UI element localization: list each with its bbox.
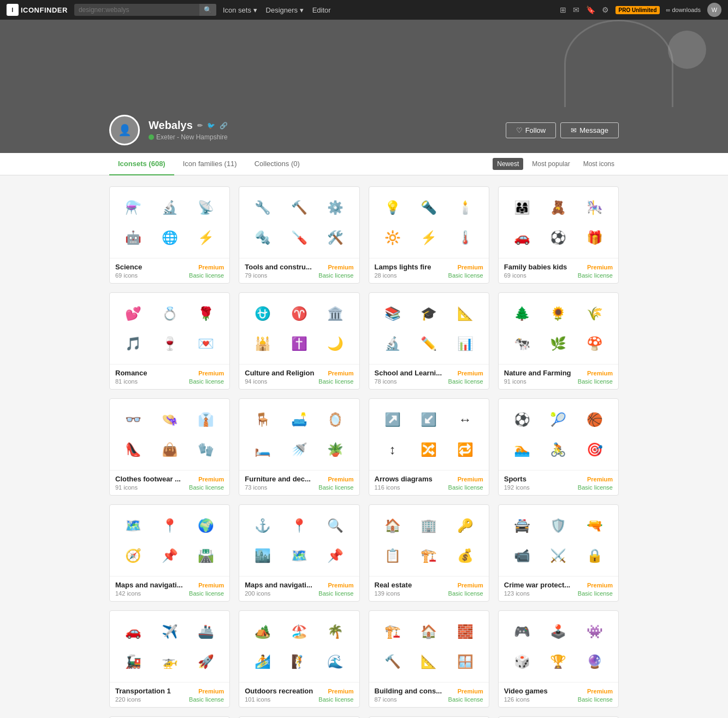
- card-license[interactable]: Basic license: [318, 272, 353, 279]
- icon-card[interactable]: ⚗️🔬📡🤖🌐⚡SciencePremium69 iconsBasic licen…: [109, 186, 230, 284]
- icon-cell: 📍: [282, 511, 316, 539]
- icon-cell: 🚿: [282, 435, 316, 463]
- icon-card[interactable]: ⚓📍🔍🏙️🗺️📌Maps and navigati...Premium200 i…: [239, 504, 359, 602]
- edit-icon[interactable]: ✏: [197, 122, 203, 130]
- icon-card[interactable]: ↗️↙️↔️↕️🔀🔁Arrows diagramsPremium116 icon…: [369, 398, 489, 496]
- card-license[interactable]: Basic license: [578, 696, 613, 703]
- site-logo[interactable]: i ICONFINDER: [7, 4, 68, 16]
- search-bar[interactable]: 🔍: [74, 4, 216, 16]
- icon-card[interactable]: 🏠🏢🔑📋🏗️💰Real estatePremium139 iconsBasic …: [369, 504, 489, 602]
- icon-card[interactable]: 🏕️🏖️🌴🏄🧗🌊Outdoors recreationPremium101 ic…: [239, 610, 359, 708]
- card-meta: 87 iconsBasic license: [375, 696, 483, 703]
- icon-card[interactable]: 🏗️🏠🧱🔨📐🪟Building and cons...Premium87 ico…: [369, 610, 489, 708]
- icon-cell: 👠: [116, 435, 150, 463]
- nav-designers[interactable]: Designers ▾: [266, 6, 304, 14]
- icon-cell: 🍄: [578, 329, 612, 357]
- card-title-row: Real estatePremium: [375, 581, 483, 589]
- card-meta: 126 iconsBasic license: [504, 696, 613, 703]
- card-footer: Maps and navigati...Premium200 iconsBasi…: [239, 576, 359, 601]
- card-title: Outdoors recreation: [245, 687, 313, 695]
- card-license[interactable]: Basic license: [318, 696, 353, 703]
- icon-cell: 🌻: [541, 299, 575, 327]
- icon-card[interactable]: 🪑🛋️🪞🛏️🚿🪴Furniture and dec...Premium73 ic…: [239, 398, 359, 496]
- icon-cell: 🎲: [505, 648, 539, 675]
- icon-card[interactable]: 🚔🛡️🔫📹⚔️🔒Crime war protect...Premium123 i…: [498, 504, 619, 602]
- nav-icon-sets[interactable]: Icon sets ▾: [223, 6, 257, 14]
- card-title-row: Arrows diagramsPremium: [375, 475, 483, 483]
- message-button[interactable]: ✉ Message: [560, 122, 619, 138]
- icon-cell: 🛣️: [189, 542, 223, 569]
- icon-card[interactable]: 👓👒👔👠👜🧤Clothes footwear ...Premium91 icon…: [109, 398, 230, 496]
- tab-collections[interactable]: Collections (0): [246, 153, 309, 175]
- card-license[interactable]: Basic license: [578, 484, 613, 491]
- card-license[interactable]: Basic license: [578, 272, 613, 279]
- icon-card[interactable]: 💡🔦🕯️🔆⚡🌡️Lamps lights firePremium28 icons…: [369, 186, 489, 284]
- user-avatar[interactable]: W: [707, 3, 721, 17]
- icon-cell: ⚗️: [116, 193, 150, 221]
- icon-cell: 💡: [376, 193, 410, 221]
- card-license[interactable]: Basic license: [578, 590, 613, 597]
- card-license[interactable]: Basic license: [189, 272, 224, 279]
- card-license[interactable]: Basic license: [448, 590, 483, 597]
- card-license[interactable]: Basic license: [189, 590, 224, 597]
- twitter-icon[interactable]: 🐦: [207, 122, 215, 130]
- sort-popular[interactable]: Most popular: [528, 158, 574, 170]
- settings-icon[interactable]: ⚙: [602, 5, 609, 14]
- card-title-row: Crime war protect...Premium: [504, 581, 613, 589]
- icon-cell: 🌾: [578, 299, 612, 327]
- icon-cell: 🎓: [412, 299, 446, 327]
- icon-card[interactable]: 🔧🔨⚙️🔩🪛🛠️Tools and constru...Premium79 ic…: [239, 186, 359, 284]
- icon-cell: 🛋️: [282, 405, 316, 433]
- icon-cell: 🎮: [505, 617, 539, 645]
- card-title-row: Building and cons...Premium: [375, 687, 483, 695]
- card-title: Maps and navigati...: [245, 581, 312, 589]
- card-footer: Lamps lights firePremium28 iconsBasic li…: [369, 258, 489, 283]
- icon-card[interactable]: 🌲🌻🌾🐄🌿🍄Nature and FarmingPremium91 iconsB…: [498, 292, 619, 390]
- card-license[interactable]: Basic license: [578, 378, 613, 385]
- mail-icon[interactable]: ✉: [573, 5, 579, 14]
- tab-icon-families[interactable]: Icon families (11): [174, 153, 246, 175]
- card-license[interactable]: Basic license: [189, 378, 224, 385]
- card-license[interactable]: Basic license: [448, 272, 483, 279]
- icon-card[interactable]: 🗺️📍🌍🧭📌🛣️Maps and navigati...Premium142 i…: [109, 504, 230, 602]
- icon-card[interactable]: 💕💍🌹🎵🍷💌RomancePremium81 iconsBasic licens…: [109, 292, 230, 390]
- card-license[interactable]: Basic license: [448, 484, 483, 491]
- card-preview: 🎮🕹️👾🎲🏆🔮: [499, 611, 618, 682]
- tab-iconsets[interactable]: Iconsets (608): [109, 153, 174, 175]
- icon-cell: 👔: [189, 405, 223, 433]
- card-count: 91 icons: [115, 484, 138, 491]
- profile-location: Exeter - New Hampshire: [149, 133, 497, 141]
- grid-icon[interactable]: ⊞: [560, 5, 566, 14]
- verified-icon: [149, 134, 154, 140]
- premium-badge: Premium: [328, 476, 353, 482]
- card-meta: 28 iconsBasic license: [375, 272, 483, 279]
- card-license[interactable]: Basic license: [448, 696, 483, 703]
- icon-card[interactable]: 👨‍👩‍👧🧸🎠🚗⚽🎁Family babies kidsPremium69 ic…: [498, 186, 619, 284]
- card-license[interactable]: Basic license: [318, 484, 353, 491]
- link-icon[interactable]: 🔗: [220, 122, 228, 130]
- icon-cell: 💕: [116, 299, 150, 327]
- icon-cell: 🍷: [152, 329, 186, 357]
- card-license[interactable]: Basic license: [189, 484, 224, 491]
- icon-cell: 🎾: [541, 405, 575, 433]
- card-license[interactable]: Basic license: [448, 378, 483, 385]
- card-license[interactable]: Basic license: [189, 696, 224, 703]
- icon-card[interactable]: ⛎♈🏛️🕌✝️🌙Culture and ReligionPremium94 ic…: [239, 292, 359, 390]
- premium-badge: Premium: [587, 476, 613, 482]
- icon-card[interactable]: ⚽🎾🏀🏊🚴🎯SportsPremium192 iconsBasic licens…: [498, 398, 619, 496]
- card-footer: Video gamesPremium126 iconsBasic license: [499, 682, 618, 707]
- bookmark-icon[interactable]: 🔖: [586, 5, 595, 14]
- search-input[interactable]: [74, 4, 199, 16]
- card-meta: 101 iconsBasic license: [245, 696, 353, 703]
- icon-card[interactable]: 📚🎓📐🔬✏️📊School and Learni...Premium78 ico…: [369, 292, 489, 390]
- card-license[interactable]: Basic license: [318, 378, 353, 385]
- card-title: Lamps lights fire: [375, 263, 431, 271]
- icon-card[interactable]: 🚗✈️🚢🚂🚁🚀Transportation 1Premium220 iconsB…: [109, 610, 230, 708]
- search-button[interactable]: 🔍: [199, 4, 216, 16]
- card-license[interactable]: Basic license: [318, 590, 353, 597]
- icon-card[interactable]: 🎮🕹️👾🎲🏆🔮Video gamesPremium126 iconsBasic …: [498, 610, 619, 708]
- sort-most-icons[interactable]: Most icons: [579, 158, 619, 170]
- sort-newest[interactable]: Newest: [493, 158, 523, 170]
- follow-button[interactable]: ♡ Follow: [506, 122, 557, 138]
- nav-editor[interactable]: Editor: [312, 6, 331, 14]
